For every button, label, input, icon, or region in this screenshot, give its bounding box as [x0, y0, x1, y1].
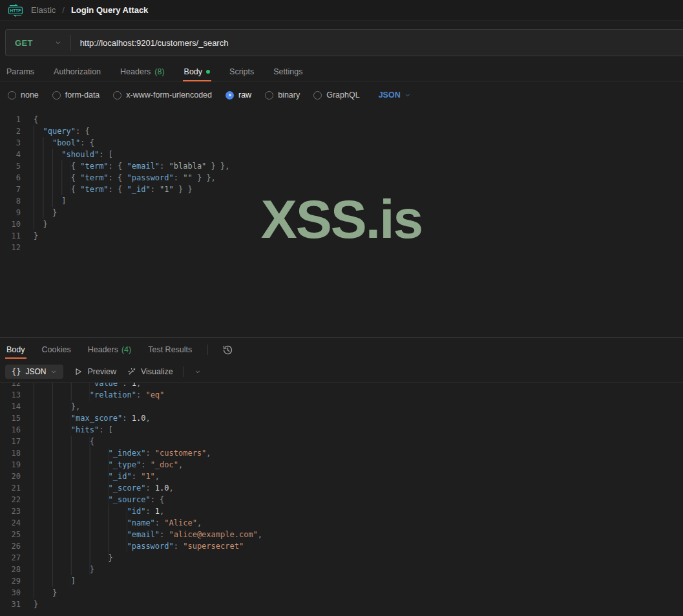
breadcrumb-collection[interactable]: Elastic — [31, 5, 56, 15]
line-number: 16 — [0, 424, 21, 436]
body-type-row: noneform-datax-www-form-urlencodedrawbin… — [0, 81, 683, 109]
code-line: 31} — [0, 599, 683, 610]
tab-label: Params — [6, 67, 34, 76]
response-tabs: BodyCookiesHeaders(4)Test Results — [0, 338, 683, 361]
language-label: JSON — [379, 90, 401, 100]
tab-label: Cookies — [42, 345, 71, 354]
http-client-window: HTTP Elastic / Login Query Attack GET Pa… — [0, 0, 683, 616]
radio-circle-icon — [8, 91, 16, 100]
code-line: 14 }, — [0, 401, 683, 412]
response-tab-headers[interactable]: Headers(4) — [87, 338, 133, 361]
visualize-label: Visualize — [141, 367, 173, 376]
radio-circle-icon — [52, 91, 61, 100]
request-body-editor[interactable]: XSS.is 1{2 "query": {3 "bool": {4 "shoul… — [0, 109, 683, 337]
response-toolbar: {} JSON Preview Visualize — [0, 361, 683, 383]
body-type-radio-none[interactable]: none — [8, 90, 39, 100]
line-number: 9 — [0, 207, 21, 218]
code-line: 5 { "term": { "email": "blabla" } }, — [0, 160, 683, 172]
tab-label: Authorization — [54, 67, 101, 76]
tab-authorization[interactable]: Authorization — [52, 62, 102, 81]
code-line: 17 { — [0, 436, 683, 447]
code-line: 7 { "term": { "_id": "1" } } — [0, 184, 683, 195]
request-url-row: GET — [0, 21, 683, 62]
svg-text:HTTP: HTTP — [10, 8, 22, 13]
radio-label: GraphQL — [326, 90, 359, 100]
tab-settings[interactable]: Settings — [272, 62, 304, 81]
radio-circle-icon — [226, 91, 234, 100]
http-request-icon: HTTP — [6, 3, 25, 17]
response-tab-cookies[interactable]: Cookies — [41, 338, 72, 361]
line-number: 1 — [0, 114, 21, 125]
breadcrumb-separator: / — [62, 5, 65, 15]
preview-button[interactable]: Preview — [74, 367, 116, 376]
braces-icon: {} — [12, 367, 21, 376]
radio-label: none — [21, 90, 39, 100]
line-number: 22 — [0, 494, 21, 505]
code-line: 20 "_id": "1", — [0, 471, 683, 482]
chevron-down-icon — [405, 92, 411, 98]
tab-label: Test Results — [148, 345, 192, 354]
line-number: 3 — [0, 137, 21, 149]
code-line: 3 "bool": { — [0, 137, 683, 149]
body-type-radio-x-www-form-urlencoded[interactable]: x-www-form-urlencoded — [113, 90, 212, 100]
body-type-radio-graphql[interactable]: GraphQL — [313, 90, 359, 100]
line-number: 13 — [0, 389, 21, 401]
line-number: 10 — [0, 218, 21, 230]
code-line: 9 } — [0, 207, 683, 218]
radio-label: binary — [278, 90, 300, 100]
url-bar: GET — [5, 29, 683, 56]
radio-circle-icon — [313, 91, 322, 100]
tab-body[interactable]: Body — [183, 62, 212, 81]
code-line: 18 "_index": "customers", — [0, 447, 683, 459]
divider — [207, 345, 208, 355]
line-number: 5 — [0, 160, 21, 172]
radio-circle-icon — [265, 91, 273, 100]
code-line: 22 "_source": { — [0, 494, 683, 505]
tab-scripts[interactable]: Scripts — [228, 62, 255, 81]
response-tab-body[interactable]: Body — [5, 338, 26, 361]
line-number: 6 — [0, 172, 21, 184]
tab-headers[interactable]: Headers(8) — [119, 62, 166, 81]
chevron-down-icon — [50, 368, 57, 375]
code-line: 24 "name": "Alice", — [0, 517, 683, 529]
visualize-button[interactable]: Visualize — [127, 367, 173, 377]
url-input[interactable] — [71, 38, 683, 48]
preview-label: Preview — [87, 367, 116, 376]
line-number: 31 — [0, 599, 21, 610]
language-dropdown[interactable]: JSON — [379, 90, 411, 100]
tab-params[interactable]: Params — [5, 62, 36, 81]
line-number: 12 — [0, 242, 21, 253]
body-type-radio-binary[interactable]: binary — [265, 90, 300, 100]
line-number: 14 — [0, 401, 21, 412]
code-line: 10 } — [0, 218, 683, 230]
code-line: 28 } — [0, 564, 683, 575]
line-number: 11 — [0, 230, 21, 242]
code-line: 30 } — [0, 587, 683, 599]
chevron-down-icon[interactable] — [194, 368, 201, 375]
line-number: 27 — [0, 552, 21, 564]
code-line: 21 "_score": 1.0, — [0, 482, 683, 494]
code-line: 11} — [0, 230, 683, 242]
response-tab-test-results[interactable]: Test Results — [147, 338, 193, 361]
breadcrumb-request-name[interactable]: Login Query Attack — [71, 5, 148, 15]
response-section: BodyCookiesHeaders(4)Test Results {} JSO… — [0, 337, 683, 616]
code-line: 8 ] — [0, 195, 683, 207]
response-body-viewer[interactable]: 12 "value": 1,13 "relation": "eq"14 },15… — [0, 383, 683, 616]
body-type-radio-form-data[interactable]: form-data — [52, 90, 100, 100]
tab-label: Body — [6, 345, 25, 354]
line-number: 19 — [0, 459, 21, 471]
line-number: 20 — [0, 471, 21, 482]
method-dropdown[interactable]: GET — [6, 38, 70, 48]
response-format-dropdown[interactable]: {} JSON — [5, 365, 63, 379]
divider — [184, 366, 184, 377]
line-number: 29 — [0, 575, 21, 587]
tab-label: Settings — [273, 67, 302, 76]
history-icon[interactable] — [222, 338, 233, 361]
method-label: GET — [15, 38, 33, 48]
line-number: 23 — [0, 505, 21, 517]
line-number: 17 — [0, 436, 21, 447]
tab-label: Body — [184, 67, 203, 76]
line-number: 15 — [0, 412, 21, 424]
tab-label: Headers — [120, 67, 151, 76]
body-type-radio-raw[interactable]: raw — [226, 90, 251, 100]
